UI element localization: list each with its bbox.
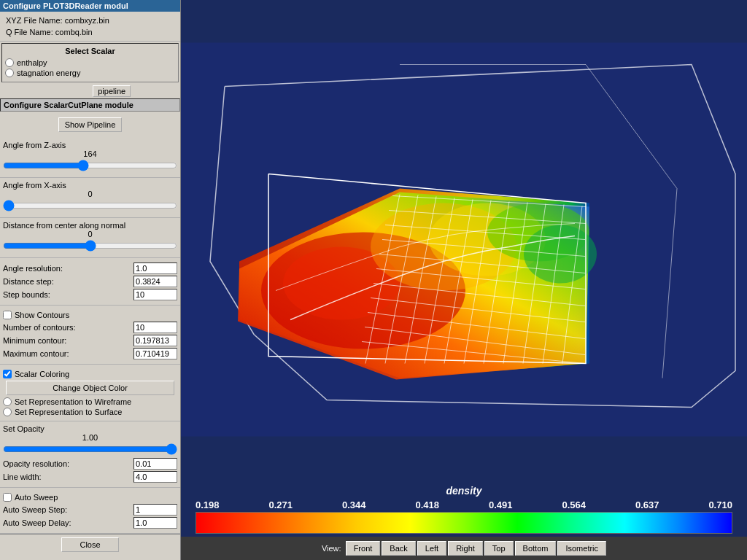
select-scalar-title: Select Scalar	[5, 47, 175, 55]
stagnation-radio-item: stagnation energy	[5, 69, 175, 77]
wireframe-radio[interactable]	[3, 397, 12, 406]
auto-sweep-step-row: Auto Sweep Step:	[3, 504, 177, 516]
angle-x-label: Angle from X-axis	[3, 181, 177, 190]
wireframe-radio-item: Set Representation to Wireframe	[3, 397, 177, 406]
angle-resolution-row: Angle resolution:	[3, 262, 177, 274]
cutplane-title-bar: Configure ScalarCutPlane module	[0, 98, 180, 112]
stagnation-label: stagnation energy	[17, 69, 80, 77]
colorbar-labels: 0.198 0.271 0.344 0.418 0.491 0.564 0.63…	[196, 499, 732, 510]
distance-step-row: Distance step:	[3, 276, 177, 287]
distance-slider[interactable]	[3, 240, 177, 252]
show-pipeline-container: Show Pipeline	[0, 112, 180, 138]
num-contours-input[interactable]	[133, 322, 177, 333]
auto-sweep-step-label: Auto Sweep Step:	[3, 505, 133, 514]
show-contours-checkbox[interactable]	[3, 311, 12, 319]
opacity-value: 1.00	[3, 433, 177, 442]
auto-sweep-checkbox[interactable]	[3, 493, 12, 502]
angle-z-label: Angle from Z-axis	[3, 141, 177, 149]
colorbar-val-5: 0.564	[562, 499, 586, 510]
opacity-slider[interactable]	[3, 443, 177, 455]
line-width-label: Line width:	[3, 472, 133, 481]
enthalpy-radio[interactable]	[5, 58, 14, 67]
q-file-label: Q File Name: combq.bin	[3, 26, 177, 38]
view-front-btn[interactable]: Front	[346, 541, 381, 556]
angle-x-section: Angle from X-axis 0	[0, 178, 180, 218]
view-left-btn[interactable]: Left	[417, 541, 446, 556]
view-bottom-btn[interactable]: Bottom	[515, 541, 557, 556]
show-pipeline-btn[interactable]: Show Pipeline	[58, 117, 123, 132]
colorbar-val-6: 0.637	[635, 499, 659, 510]
distance-slider-container	[3, 240, 177, 253]
viz-area	[181, 0, 747, 479]
surface-radio-item: Set Representation to Surface	[3, 408, 177, 416]
angle-z-slider[interactable]	[3, 160, 177, 171]
auto-sweep-delay-input[interactable]	[133, 517, 177, 529]
opacity-resolution-label: Opacity resolution:	[3, 459, 133, 468]
max-contour-label: Maximum contour:	[3, 349, 133, 358]
colorbar	[196, 512, 732, 534]
scalar-coloring-label: Scalar Coloring	[15, 370, 69, 378]
max-contour-row: Maximum contour:	[3, 348, 177, 359]
colorbar-val-7: 0.710	[708, 499, 732, 510]
view-top-btn[interactable]: Top	[484, 541, 514, 556]
angle-x-value: 0	[3, 190, 177, 198]
stagnation-radio[interactable]	[5, 69, 14, 77]
plot3d-title: Configure PLOT3DReader modul	[3, 1, 128, 10]
angle-z-section: Angle from Z-axis 164	[0, 138, 180, 178]
show-contours-label: Show Contours	[15, 311, 69, 319]
plot3d-title-bar: Configure PLOT3DReader modul	[0, 0, 180, 12]
angle-z-value: 164	[3, 149, 177, 158]
fields-section: Angle resolution: Distance step: Step bo…	[0, 258, 180, 306]
colorbar-val-0: 0.198	[196, 499, 220, 510]
left-panel: Configure PLOT3DReader modul XYZ File Na…	[0, 0, 181, 560]
enthalpy-radio-item: enthalpy	[5, 58, 175, 67]
line-width-row: Line width:	[3, 471, 177, 483]
opacity-resolution-row: Opacity resolution:	[3, 458, 177, 470]
view-back-btn[interactable]: Back	[382, 541, 415, 556]
max-contour-input[interactable]	[133, 348, 177, 359]
line-width-input[interactable]	[133, 471, 177, 483]
show-pipeline-inline-btn[interactable]: pipeline	[93, 85, 131, 97]
density-label: density	[196, 485, 732, 497]
show-contours-row: Show Contours	[3, 311, 177, 319]
colorbar-area: density 0.198 0.271 0.344 0.418 0.491 0.…	[181, 479, 747, 537]
close-btn-bar: Close	[0, 534, 180, 555]
change-object-color-btn[interactable]: Change Object Color	[6, 381, 174, 395]
cutplane-title: Configure ScalarCutPlane module	[4, 101, 133, 109]
angle-x-slider-container	[3, 200, 177, 213]
angle-z-slider-container	[3, 160, 177, 173]
min-contour-label: Minimum contour:	[3, 336, 133, 345]
scalar-coloring-row: Scalar Coloring	[3, 370, 177, 378]
opacity-resolution-input[interactable]	[133, 458, 177, 470]
contours-section: Show Contours Number of contours: Minimu…	[0, 306, 180, 365]
scalar-coloring-checkbox[interactable]	[3, 370, 12, 378]
auto-sweep-step-input[interactable]	[133, 504, 177, 516]
wireframe-label: Set Representation to Wireframe	[15, 397, 131, 406]
pipeline-bar: pipeline	[0, 84, 180, 98]
colorbar-val-4: 0.491	[489, 499, 513, 510]
colorbar-val-3: 0.418	[415, 499, 439, 510]
enthalpy-label: enthalpy	[17, 58, 47, 67]
xyz-file-label: XYZ File Name: combxyz.bin	[3, 15, 177, 26]
opacity-section: Set Opacity 1.00 Opacity resolution: Lin…	[0, 421, 180, 488]
close-btn[interactable]: Close	[61, 537, 118, 552]
distance-step-input[interactable]	[133, 276, 177, 287]
angle-x-slider[interactable]	[3, 200, 177, 211]
right-panel: density 0.198 0.271 0.344 0.418 0.491 0.…	[181, 0, 747, 560]
angle-resolution-input[interactable]	[133, 262, 177, 274]
select-scalar-section: Select Scalar enthalpy stagnation energy	[1, 43, 179, 82]
colorbar-val-1: 0.271	[268, 499, 293, 510]
distance-step-label: Distance step:	[3, 277, 133, 286]
file-info-section: XYZ File Name: combxyz.bin Q File Name: …	[0, 12, 180, 42]
surface-radio[interactable]	[3, 408, 12, 416]
view-label: View:	[322, 544, 341, 553]
auto-sweep-section: Auto Sweep Auto Sweep Step: Auto Sweep D…	[0, 488, 180, 534]
num-contours-label: Number of contours:	[3, 323, 133, 332]
view-isometric-btn[interactable]: Isometric	[557, 541, 606, 556]
step-bounds-input[interactable]	[133, 289, 177, 300]
min-contour-input[interactable]	[133, 335, 177, 346]
num-contours-row: Number of contours:	[3, 322, 177, 333]
angle-resolution-label: Angle resolution:	[3, 264, 133, 273]
view-right-btn[interactable]: Right	[448, 541, 483, 556]
distance-value: 0	[3, 230, 177, 238]
